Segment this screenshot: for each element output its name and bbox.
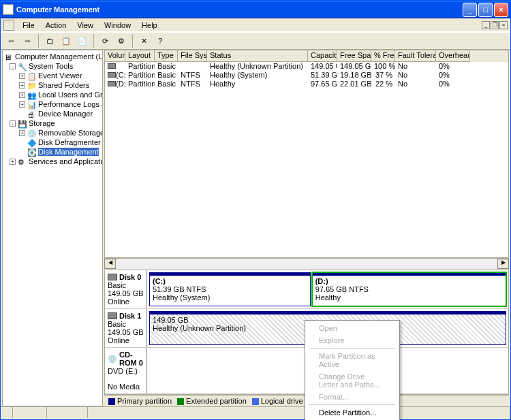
window-title: Computer Management <box>16 5 99 14</box>
col-pfree[interactable]: % Free <box>371 50 395 62</box>
refresh-button[interactable]: ⟳ <box>97 33 112 48</box>
list-hscroll[interactable]: ◀ ▶ <box>104 258 509 270</box>
menu-action[interactable]: Action <box>40 20 72 31</box>
menu-file[interactable]: File <box>17 20 40 31</box>
disk-0-row: Disk 0 Basic 149.05 GB Online (C:) 51.39… <box>105 270 508 309</box>
mdi-min-icon[interactable]: _ <box>482 21 490 29</box>
toolbar: ⬅ ➡ 🗀 📋 📄 ⟳ ⚙ ✕ ? <box>1 32 510 50</box>
tree-services[interactable]: +⚙Services and Applications <box>10 157 101 166</box>
tree-system-tools[interactable]: -🔧System Tools <box>10 61 101 71</box>
col-capacity[interactable]: Capacity <box>308 50 337 62</box>
title-bar: Computer Management _ □ × <box>1 1 510 18</box>
tree-storage[interactable]: -💾Storage <box>10 118 101 128</box>
tree-device-mgr[interactable]: 🖨Device Manager <box>19 109 101 118</box>
tree-shared-folders[interactable]: +📁Shared Folders <box>19 80 101 90</box>
maximize-button[interactable]: □ <box>478 3 493 17</box>
tree-root[interactable]: 🖥Computer Management (Local) <box>4 52 101 61</box>
cdrom-icon: 💿 <box>108 355 117 364</box>
col-fs[interactable]: File System <box>178 50 207 62</box>
partition-d[interactable]: (D:) 97.65 GB NTFS Healthy <box>312 272 506 306</box>
menu-help[interactable]: Help <box>136 20 163 31</box>
properties-button[interactable]: 📄 <box>75 33 90 48</box>
forward-button: ➡ <box>20 33 35 48</box>
mdi-restore-icon[interactable]: ❐ <box>491 21 499 29</box>
tree-removable[interactable]: +💿Removable Storage <box>19 128 101 138</box>
mdi-close-icon[interactable]: × <box>499 21 508 29</box>
menu-view[interactable]: View <box>72 20 99 31</box>
scroll-left-icon[interactable]: ◀ <box>104 259 116 269</box>
status-bar <box>1 406 510 418</box>
tree-disk-mgmt[interactable]: 💽Disk Management <box>19 147 101 157</box>
minimize-button[interactable]: _ <box>463 3 477 17</box>
col-oh[interactable]: Overhead <box>436 50 470 62</box>
primary-swatch-icon <box>108 398 115 405</box>
col-ft[interactable]: Fault Tolerance <box>395 50 436 62</box>
tree-event-viewer[interactable]: +📋Event Viewer <box>19 71 101 80</box>
ctx-change-drive-letter: Change Drive Letter and Paths... <box>307 370 398 391</box>
up-button[interactable]: 🗀 <box>42 33 57 48</box>
ctx-explore: Explore <box>307 334 398 346</box>
volume-list: Volume Layout Type File System Status Ca… <box>104 50 509 258</box>
ctx-open: Open <box>307 322 398 334</box>
show-hide-button[interactable]: 📋 <box>59 33 74 48</box>
menu-bar: File Action View Window Help _ ❐ × <box>1 18 510 32</box>
delete-button[interactable]: ✕ <box>136 33 151 48</box>
col-volume[interactable]: Volume <box>105 50 125 62</box>
ctx-mark-active: Mark Partition as Active <box>307 350 398 370</box>
scroll-right-icon[interactable]: ▶ <box>497 259 509 269</box>
col-layout[interactable]: Layout <box>125 50 155 62</box>
col-status[interactable]: Status <box>207 50 308 62</box>
settings-button[interactable]: ⚙ <box>114 33 129 48</box>
doc-icon <box>3 20 14 31</box>
close-button[interactable]: × <box>494 3 508 17</box>
tree-pane: 🖥Computer Management (Local) -🔧System To… <box>2 50 103 406</box>
back-button: ⬅ <box>3 33 18 48</box>
ctx-format: Format... <box>307 391 398 403</box>
col-type[interactable]: Type <box>155 50 178 62</box>
extended-swatch-icon <box>177 398 184 405</box>
context-menu: Open Explore Mark Partition as Active Ch… <box>305 320 400 420</box>
tree-defrag[interactable]: 🔷Disk Defragmenter <box>19 138 101 147</box>
disk-icon <box>108 274 117 280</box>
logical-swatch-icon <box>252 398 259 405</box>
tree-perf-logs[interactable]: +📊Performance Logs and Alert <box>19 99 101 109</box>
help-button[interactable]: ? <box>153 33 168 48</box>
menu-window[interactable]: Window <box>99 20 136 31</box>
list-header: Volume Layout Type File System Status Ca… <box>105 50 508 62</box>
disk-icon <box>108 312 117 319</box>
ctx-delete-partition[interactable]: Delete Partition... <box>307 406 398 419</box>
table-row[interactable]: (D:)PartitionBasicNTFSHealthy97.65 GB22.… <box>105 80 508 88</box>
table-row[interactable]: PartitionBasicHealthy (Unknown Partition… <box>105 62 508 71</box>
partition-c[interactable]: (C:) 51.39 GB NTFS Healthy (System) <box>149 272 311 306</box>
app-icon <box>3 4 14 15</box>
col-free[interactable]: Free Space <box>337 50 371 62</box>
tree-local-users[interactable]: +👥Local Users and Groups <box>19 90 101 99</box>
table-row[interactable]: (C:)PartitionBasicNTFSHealthy (System)51… <box>105 71 508 80</box>
